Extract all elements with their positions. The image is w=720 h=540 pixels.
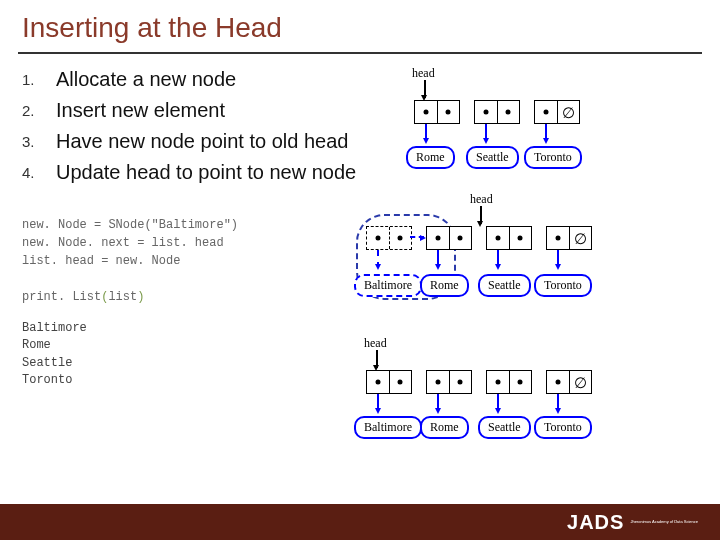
code-line: new. Node = SNode("Baltimore") [22,218,238,232]
step-text: Insert new element [56,97,225,124]
city-pill: Rome [406,146,455,169]
title-rule [18,52,702,54]
null-icon: ∅ [570,227,592,249]
diagram-insert: head ∅ [362,196,708,314]
null-icon: ∅ [570,371,592,393]
city-pill: Seattle [478,274,531,297]
footer-bar: JADS Jheronimus Academy of Data Science [0,504,720,540]
list-node [366,370,412,394]
head-label: head [364,336,387,351]
jads-logo: JADS Jheronimus Academy of Data Science [567,510,698,534]
list-node [426,226,472,250]
diagram-before: head ∅ Rome Seattle Toronto [362,70,708,170]
null-icon: ∅ [558,101,580,123]
city-pill: Rome [420,274,469,297]
node-row: ∅ [366,370,592,394]
code-line: list. head = new. Node [22,254,180,268]
step-text: Allocate a new node [56,66,236,93]
city-pill: Baltimore [354,274,422,297]
city-pill: Baltimore [354,416,422,439]
city-pill: Toronto [534,416,592,439]
head-label: head [470,192,493,207]
output-line: Baltimore [22,321,87,335]
step-item: Update head to point to new node [22,159,362,186]
list-node [486,370,532,394]
code-line: new. Node. next = list. head [22,236,224,250]
city-pill: Seattle [478,416,531,439]
code-line: print. List(list) [22,290,144,304]
logo-subtext: Jheronimus Academy of Data Science [630,520,698,524]
dashed-link-icon [410,236,424,238]
head-arrow-icon [424,80,426,98]
step-text: Have new node point to old head [56,128,348,155]
output-line: Rome [22,338,51,352]
content-area: Allocate a new node Insert new element H… [0,66,720,450]
list-node-new [366,226,412,250]
node-row: ∅ [366,226,592,250]
list-node: ∅ [546,370,592,394]
list-node [426,370,472,394]
code-block: new. Node = SNode("Baltimore") new. Node… [22,216,362,306]
logo-mark: JADS [567,511,624,534]
list-node [474,100,520,124]
diagrams-column: head ∅ Rome Seattle Toronto [362,66,708,450]
output-line: Seattle [22,356,72,370]
list-node [486,226,532,250]
head-arrow-icon [376,350,378,368]
diagram-after: head ∅ Baltimo [362,340,708,450]
step-item: Insert new element [22,97,362,124]
node-row: ∅ [414,100,580,124]
city-pill: Toronto [524,146,582,169]
list-node: ∅ [546,226,592,250]
step-text: Update head to point to new node [56,159,356,186]
list-node: ∅ [534,100,580,124]
city-pill: Rome [420,416,469,439]
step-item: Have new node point to old head [22,128,362,155]
output-line: Toronto [22,373,72,387]
head-label: head [412,66,435,81]
step-item: Allocate a new node [22,66,362,93]
slide-title: Inserting at the Head [0,0,720,52]
city-pill: Seattle [466,146,519,169]
steps-list: Allocate a new node Insert new element H… [22,66,362,186]
head-arrow-icon [480,206,482,224]
left-column: Allocate a new node Insert new element H… [22,66,362,450]
list-node [414,100,460,124]
city-pill: Toronto [534,274,592,297]
output-block: Baltimore Rome Seattle Toronto [22,320,362,390]
